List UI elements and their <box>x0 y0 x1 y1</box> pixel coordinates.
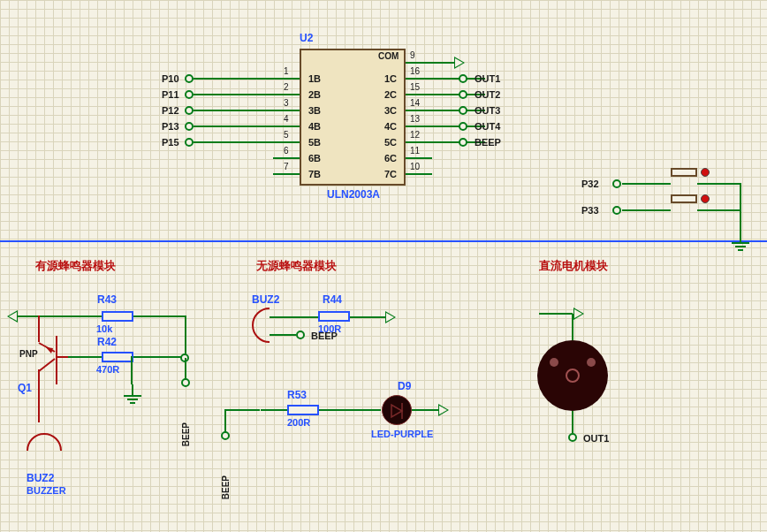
r43 <box>102 311 133 322</box>
pin-num: 3 <box>284 98 289 108</box>
pin-num: 10 <box>410 162 420 171</box>
term-out1-motor <box>568 433 577 442</box>
term-p33 <box>612 206 621 215</box>
net-p11: P11 <box>162 89 179 100</box>
net-p13: P13 <box>162 121 179 132</box>
section3-title: 直流电机模块 <box>539 258 608 274</box>
pin-num: 6 <box>284 146 289 156</box>
r44 <box>318 311 350 322</box>
buz2-type: BUZZER <box>27 485 66 496</box>
ic-com: COM <box>378 51 399 61</box>
r43-val: 10k <box>96 323 112 334</box>
svg-marker-3 <box>391 405 402 417</box>
pin-name: 1B <box>308 73 321 84</box>
net-p33: P33 <box>581 205 599 216</box>
pin-num: 11 <box>410 146 420 156</box>
led-icon <box>382 395 412 425</box>
buz2-ref: BUZ2 <box>27 472 54 484</box>
section1-title: 有源蜂鸣器模块 <box>35 258 116 274</box>
r44-ref: R44 <box>323 293 342 306</box>
pin-name: 7B <box>308 169 321 179</box>
power-arrow-icon <box>573 308 584 320</box>
net-out1-motor: OUT1 <box>583 433 609 444</box>
term-beep <box>459 138 467 147</box>
net-out2: OUT2 <box>475 89 500 100</box>
r42 <box>102 352 133 362</box>
pin-name: 5C <box>384 137 397 148</box>
pin-name: 7C <box>384 169 397 179</box>
pin-num: 5 <box>284 130 289 140</box>
pin-name: 6B <box>308 153 321 163</box>
pin-num: 4 <box>284 114 289 124</box>
svg-line-0 <box>39 343 55 352</box>
term-out2 <box>459 90 467 99</box>
net-beep1: BEEP <box>181 422 191 446</box>
pin-name: 4C <box>384 121 397 132</box>
pin-name: 5B <box>308 137 321 148</box>
term-out3 <box>459 106 467 115</box>
r42-val: 470R <box>96 364 119 375</box>
q1-ref: Q1 <box>18 382 32 394</box>
d9-ref: D9 <box>398 380 411 392</box>
pin-name: 1C <box>384 73 397 84</box>
net-p32: P32 <box>581 179 599 189</box>
power-arrow-icon <box>7 310 18 323</box>
net-out3: OUT3 <box>475 105 500 116</box>
term-p11 <box>185 90 194 99</box>
d9-type: LED-PURPLE <box>371 429 433 439</box>
term-out4 <box>459 122 467 131</box>
pin-num: 15 <box>410 82 420 92</box>
net-p12: P12 <box>162 105 179 116</box>
pin-name: 2C <box>384 89 397 100</box>
power-arrow-icon <box>385 311 396 323</box>
svg-line-1 <box>39 359 55 371</box>
section-divider <box>0 240 767 242</box>
net-out1: OUT1 <box>475 73 500 84</box>
net-beep-ic: BEEP <box>475 137 501 148</box>
switch-p32[interactable] <box>671 168 697 177</box>
net-p15: P15 <box>162 137 179 148</box>
switch-p33[interactable] <box>671 194 697 203</box>
buz2-b-ref: BUZ2 <box>252 293 279 306</box>
term-beep-s2 <box>296 331 305 339</box>
pin-num: 14 <box>410 98 420 108</box>
svg-marker-2 <box>46 347 53 353</box>
net-out4: OUT4 <box>475 121 500 132</box>
r42-ref: R42 <box>97 336 117 348</box>
net-p10: P10 <box>162 73 179 84</box>
term-p12 <box>185 106 194 115</box>
pin-name: 4B <box>308 121 321 132</box>
pin-num: 16 <box>410 66 420 76</box>
motor-icon <box>537 340 608 411</box>
pin-num: 12 <box>410 130 420 140</box>
r53-ref: R53 <box>287 389 307 401</box>
pin-name: 2B <box>308 89 321 100</box>
pin-name: 6C <box>384 153 397 163</box>
pin-name: 3C <box>384 105 397 116</box>
pin-num: 2 <box>284 82 289 92</box>
pin-num: 1 <box>284 66 289 76</box>
term-p13 <box>185 122 194 131</box>
r53 <box>287 405 319 415</box>
power-arrow-icon <box>438 404 449 416</box>
net-beep2: BEEP <box>221 475 231 499</box>
ic-u2 <box>300 49 406 186</box>
pin-name: 3B <box>308 105 321 116</box>
q1-type: PNP <box>19 349 38 359</box>
pin-num: 7 <box>284 162 289 171</box>
ic-ref: U2 <box>300 32 313 44</box>
switch-led-icon <box>701 194 710 203</box>
pin-num: 9 <box>410 50 415 60</box>
net-beep-s2: BEEP <box>311 331 338 341</box>
term-p10 <box>185 74 194 83</box>
r53-val: 200R <box>287 417 310 428</box>
term-p15 <box>185 138 194 147</box>
switch-led-icon <box>701 168 710 177</box>
section2-title: 无源蜂鸣器模块 <box>256 258 337 274</box>
r43-ref: R43 <box>97 293 117 306</box>
term-p32 <box>612 179 621 188</box>
ic-part: ULN2003A <box>327 188 380 201</box>
term-out1 <box>459 74 467 83</box>
pin-num: 13 <box>410 114 420 124</box>
